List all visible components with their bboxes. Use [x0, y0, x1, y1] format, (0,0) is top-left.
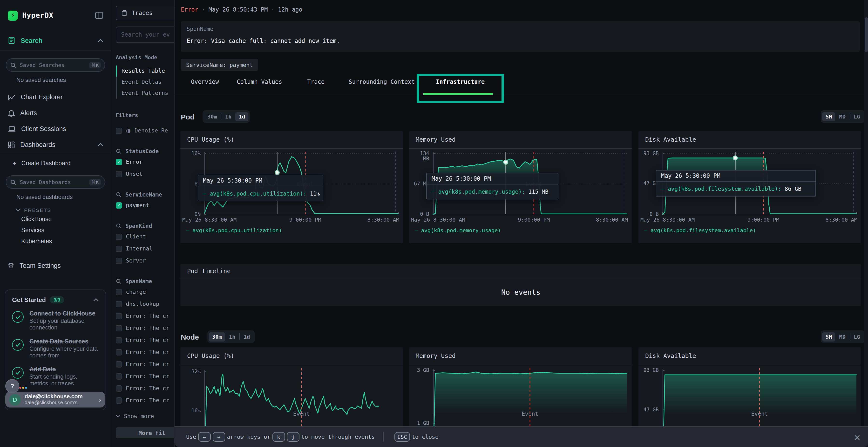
pod-timeline-title: Pod Timeline: [180, 264, 861, 278]
tab-surrounding-context[interactable]: Surrounding Context: [349, 78, 415, 85]
filter-option-error-span[interactable]: Error: The cr: [116, 311, 174, 321]
service-name-tag[interactable]: ServiceName: payment: [181, 59, 258, 71]
search-icon[interactable]: [116, 148, 122, 154]
tab-column-values[interactable]: Column Values: [237, 78, 282, 85]
check-circle-icon: [12, 311, 24, 323]
sidebar-collapse-icon[interactable]: [95, 11, 103, 19]
pod-memory-chart[interactable]: 134 MB67 MB0 BEventMay 26 8:30:00 AM9:00…: [409, 149, 632, 243]
sidebar-item-client-sessions[interactable]: Client Sessions: [0, 121, 111, 137]
filter-option-client[interactable]: Client: [116, 232, 174, 241]
get-started-item[interactable]: Connect to ClickHouse Set up your databa…: [12, 310, 99, 332]
preset-kubernetes[interactable]: Kubernetes: [21, 238, 111, 246]
preset-clickhouse[interactable]: ClickHouse: [21, 216, 111, 224]
key-arrow-right: →: [213, 432, 225, 442]
filter-option-error-span[interactable]: Error: The cr: [116, 347, 174, 357]
filter-option-error[interactable]: ✓ Error: [116, 157, 174, 167]
ytick: 0 B: [409, 211, 429, 217]
source-select[interactable]: Traces: [116, 6, 174, 20]
filter-option-error-span[interactable]: Error: The cr: [116, 396, 174, 405]
node-range-30m[interactable]: 30m: [209, 332, 225, 341]
mode-event-deltas[interactable]: Event Deltas: [116, 77, 174, 88]
mode-event-patterns[interactable]: Event Patterns: [116, 88, 174, 99]
chevron-up-icon[interactable]: [97, 39, 103, 42]
event-header: Error·May 26 8:50:43 PM·12h ago: [181, 6, 302, 13]
sidebar-item-team-settings[interactable]: ⚙ Team Settings: [0, 259, 111, 272]
get-started-item[interactable]: Create Data Sources Configure where your…: [12, 338, 99, 359]
filter-option-payment[interactable]: ✓ payment: [116, 200, 174, 210]
chart-title: CPU Usage (%): [180, 347, 403, 365]
event-search-input[interactable]: Search your ev: [116, 27, 174, 43]
checkbox-icon: [116, 289, 122, 295]
t1: May 26 5:30:00 PM: [656, 171, 815, 182]
event-details-drawer: Error·May 26 8:50:43 PM·12h ago SpanName…: [174, 0, 868, 447]
chevron-up-icon[interactable]: [97, 143, 103, 146]
check-circle-icon: [12, 367, 24, 379]
help-label: ?: [10, 382, 14, 390]
checkbox-icon: [116, 397, 122, 403]
node-size-lg[interactable]: LG: [850, 332, 864, 341]
checkbox-icon: [116, 171, 122, 177]
pod-size-sm[interactable]: SM: [822, 112, 835, 121]
chevron-up-icon[interactable]: [93, 298, 99, 302]
filter-option-error-span[interactable]: Error: The cr: [116, 383, 174, 393]
search-icon[interactable]: [116, 223, 122, 229]
search-icon[interactable]: [116, 192, 122, 198]
presets-toggle[interactable]: PRESETS: [16, 207, 111, 213]
filter-option-unset[interactable]: Unset: [116, 169, 174, 179]
footer-close-text: to close: [412, 434, 439, 440]
chart-title: CPU Usage (%): [180, 131, 403, 149]
tab-trace[interactable]: Trace: [307, 78, 324, 85]
saved-dashboards-input[interactable]: Saved Dashboards ⌘K: [6, 175, 105, 189]
filter-option-charge[interactable]: charge: [116, 287, 174, 297]
preset-services[interactable]: Services: [21, 227, 111, 235]
search-icon[interactable]: [116, 278, 122, 284]
scrollbar-thumb[interactable]: [865, 18, 868, 52]
filter-option-error-span[interactable]: Error: The cr: [116, 335, 174, 345]
node-range-1h[interactable]: 1h: [226, 332, 239, 341]
checkbox-icon: [116, 337, 122, 343]
sidebar-item-alerts[interactable]: Alerts: [0, 105, 111, 121]
ytick: 134 MB: [409, 151, 429, 161]
xtick: May 26 8:30:00 AM: [411, 217, 465, 223]
filter-option-error-span[interactable]: Error: The cr: [116, 359, 174, 369]
mode-results-table[interactable]: Results Table: [116, 66, 174, 77]
filter-option-error-span[interactable]: Error: The cr: [116, 323, 174, 333]
saved-searches-input[interactable]: Saved Searches ⌘K: [6, 58, 105, 72]
pod-range-1h[interactable]: 1h: [222, 112, 235, 121]
filter-option-server[interactable]: Server: [116, 256, 174, 265]
pod-range-30m[interactable]: 30m: [204, 112, 220, 121]
user-menu[interactable]: D dale@clickhouse.com dale@clickhouse.co…: [5, 391, 105, 408]
pod-size-md[interactable]: MD: [836, 112, 849, 121]
tab-overview[interactable]: Overview: [191, 78, 219, 85]
node-size-sm[interactable]: SM: [822, 332, 835, 341]
sidebar-item-dashboards[interactable]: Dashboards: [0, 137, 111, 153]
close-icon[interactable]: ×: [854, 432, 861, 442]
node-size-md[interactable]: MD: [836, 332, 849, 341]
show-more-toggle[interactable]: Show more: [116, 413, 174, 419]
pod-timeline-card: Pod Timeline No events: [180, 264, 861, 306]
filter-group-name: SpanName: [125, 278, 152, 285]
pod-disk-chart[interactable]: 93 GB47 GB0 BEventMay 26 8:30:00 AM9:00:…: [639, 149, 861, 243]
pod-size-lg[interactable]: LG: [850, 112, 864, 121]
denoise-checkbox[interactable]: ◑ Denoise Re: [116, 126, 174, 135]
presets-label: PRESETS: [24, 207, 51, 213]
evlabel: Event: [522, 410, 538, 417]
tab-infrastructure[interactable]: Infrastructure: [436, 78, 485, 85]
filter-option-dns-lookup[interactable]: dns.lookup: [116, 299, 174, 309]
chart-title: Disk Available: [639, 131, 861, 149]
sidebar-item-chart-explorer[interactable]: Chart Explorer: [0, 89, 111, 105]
sidebar-item-search[interactable]: Search: [0, 31, 111, 50]
filter-option-internal[interactable]: Internal: [116, 244, 174, 253]
pod-cpu-chart[interactable]: 16%8%0%EventMay 26 8:30:00 AM9:00:00 PM8…: [180, 149, 403, 243]
node-range-1d[interactable]: 1d: [240, 332, 253, 341]
evlabel: Event: [751, 410, 768, 417]
brand[interactable]: ⚡ HyperDX: [8, 10, 53, 21]
filter-option-error-span[interactable]: Error: The cr: [116, 371, 174, 381]
footer-move-text: to move through events: [301, 434, 375, 440]
team-settings-label: Team Settings: [20, 262, 61, 269]
get-started-item[interactable]: Add Data Start sending logs, metrics, or…: [12, 366, 99, 387]
help-button[interactable]: ?: [5, 379, 19, 393]
pod-range-1d[interactable]: 1d: [235, 112, 249, 121]
more-filters-button[interactable]: More fil: [116, 427, 174, 438]
create-dashboard-button[interactable]: + Create Dashboard: [0, 156, 111, 171]
